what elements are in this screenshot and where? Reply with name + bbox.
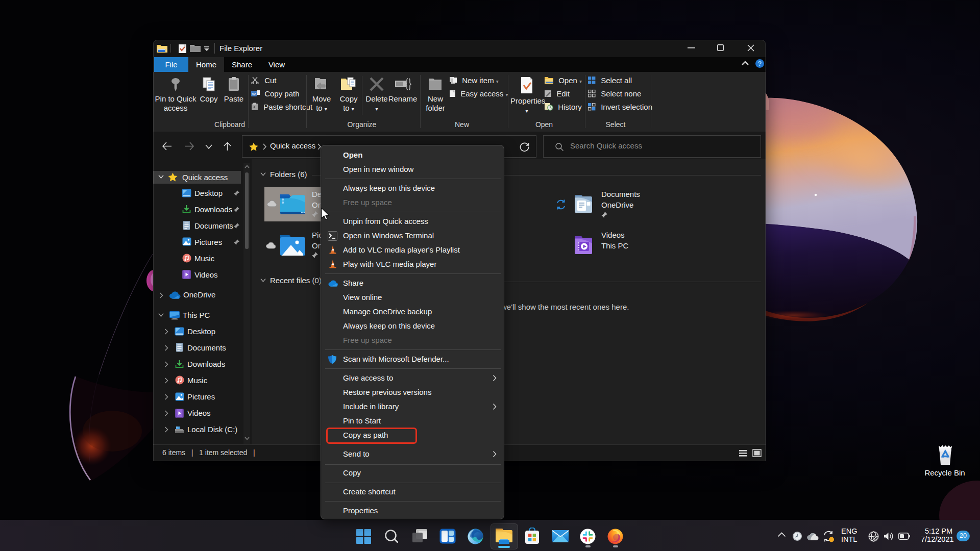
svg-text:W: W	[252, 92, 256, 96]
